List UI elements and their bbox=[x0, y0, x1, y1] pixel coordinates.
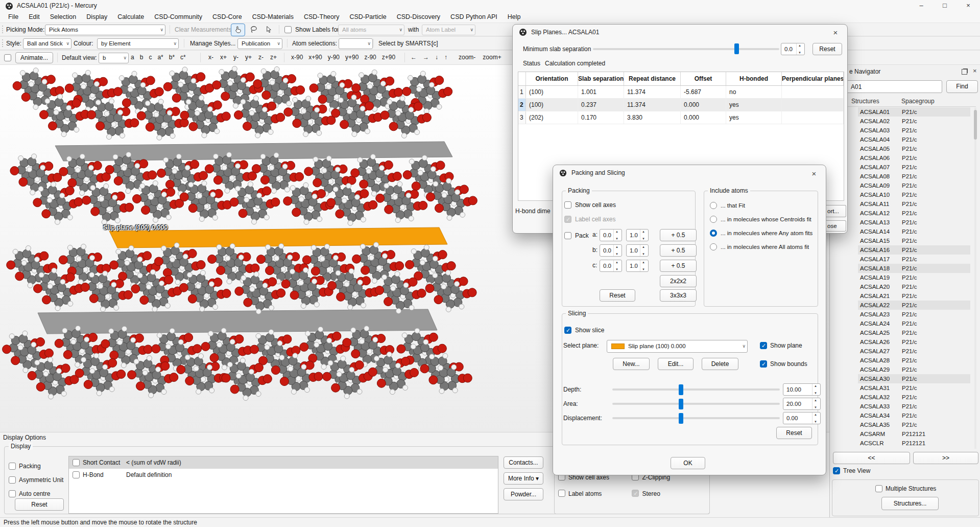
structure-list-item[interactable]: ACSALA16 P21/c bbox=[858, 245, 970, 255]
structure-list-item[interactable]: ACSALA21 P21/c bbox=[858, 291, 970, 301]
show-bounds-checkbox[interactable] bbox=[760, 360, 767, 368]
translate-button[interactable]: ← bbox=[411, 54, 417, 61]
rotate-button[interactable]: z- bbox=[258, 54, 264, 61]
show-plane-checkbox[interactable] bbox=[760, 342, 767, 349]
slider-handle[interactable] bbox=[679, 413, 683, 424]
include-option[interactable]: ... that Fit bbox=[708, 199, 816, 213]
structure-list-item[interactable]: ACSALA14 P21/c bbox=[858, 227, 970, 236]
axis-view-button[interactable]: a bbox=[131, 54, 134, 61]
pack-checkbox[interactable] bbox=[564, 232, 571, 239]
manage-styles-button[interactable]: Manage Styles... bbox=[190, 40, 235, 47]
menu-item[interactable]: Help bbox=[503, 12, 526, 22]
structure-list-item[interactable]: ACSALA04 P21/c bbox=[858, 135, 970, 144]
clear-measurements-button[interactable]: Clear Measurements bbox=[175, 26, 231, 33]
structure-list-item[interactable]: ACSALA24 P21/c bbox=[858, 319, 970, 328]
pack-reset-button[interactable]: Reset bbox=[600, 289, 635, 302]
axis-from-spinbox[interactable]: 0.0 bbox=[600, 244, 622, 257]
export-button-fragment[interactable]: ort... bbox=[826, 205, 846, 217]
powder-button[interactable]: Powder... bbox=[504, 488, 543, 500]
show-labels-target-select[interactable]: All atoms∨ bbox=[338, 25, 404, 35]
structure-list-item[interactable]: ACSALA08 P21/c bbox=[858, 172, 970, 181]
structure-list-item[interactable]: ACSALA13 P21/c bbox=[858, 218, 970, 227]
structure-list-item[interactable]: ACSALA20 P21/c bbox=[858, 282, 970, 291]
structure-list-item[interactable]: ACSALA06 P21/c bbox=[858, 153, 970, 163]
dialog-close-icon[interactable]: × bbox=[806, 168, 822, 179]
slider-spinbox[interactable]: 20.00 bbox=[783, 398, 821, 410]
axis-to-spinbox[interactable]: 1.0 bbox=[626, 244, 649, 257]
col-repeat-distance[interactable]: Repeat distance bbox=[624, 72, 681, 85]
col-h-bonded[interactable]: H-bonded bbox=[726, 72, 782, 85]
spinner-arrows-icon[interactable] bbox=[613, 230, 622, 241]
col-orientation[interactable]: Orientation bbox=[526, 72, 578, 85]
spinner-arrows-icon[interactable] bbox=[812, 384, 820, 395]
rotate-button[interactable]: y+ bbox=[245, 54, 252, 61]
slice-reset-button[interactable]: Reset bbox=[776, 427, 812, 439]
translate-button[interactable]: ↓ bbox=[435, 54, 438, 61]
lasso-select-button[interactable] bbox=[246, 24, 260, 36]
rotate-button[interactable]: y- bbox=[233, 54, 238, 61]
axis-view-button[interactable]: c bbox=[149, 54, 152, 61]
slider-spinbox[interactable]: 10.00 bbox=[783, 383, 821, 396]
structure-list-item[interactable]: ACSALA05 P21/c bbox=[858, 144, 970, 153]
zoom-button[interactable]: zoom+ bbox=[483, 54, 501, 61]
axis-view-button[interactable]: c* bbox=[180, 54, 186, 61]
close-button-fragment[interactable]: ose bbox=[826, 220, 846, 232]
structures-button[interactable]: Structures... bbox=[881, 497, 939, 510]
include-option-radio[interactable] bbox=[710, 202, 717, 209]
structure-list-item[interactable]: ACSALA01 P21/c bbox=[858, 107, 970, 117]
slider-spinbox[interactable]: 0.00 bbox=[783, 412, 821, 424]
slider-track[interactable] bbox=[612, 388, 780, 391]
pack-2x2x2-button[interactable]: 2x2x2 bbox=[660, 275, 697, 287]
structure-list-item[interactable]: ACSALA03 P21/c bbox=[858, 126, 970, 135]
translate-button[interactable]: ↑ bbox=[444, 54, 447, 61]
structure-list-item[interactable]: ACSALA19 P21/c bbox=[858, 273, 970, 282]
rotate-90-button[interactable]: z+90 bbox=[382, 54, 395, 61]
navigator-search-input[interactable]: A01 bbox=[833, 80, 942, 93]
spinner-arrows-icon[interactable] bbox=[640, 260, 648, 271]
menu-item[interactable]: CSD-Community bbox=[149, 12, 207, 22]
colour-select[interactable]: by Element∨ bbox=[97, 38, 179, 49]
contacts-list[interactable]: Short Contact < (sum of vdW radii) H-Bon… bbox=[68, 456, 498, 514]
rotate-90-button[interactable]: z-90 bbox=[364, 54, 376, 61]
axis-view-button[interactable]: b bbox=[140, 54, 144, 61]
packing-checkbox[interactable] bbox=[9, 463, 16, 470]
zoom-button[interactable]: zoom- bbox=[459, 54, 475, 61]
list-scrollbar-track[interactable] bbox=[974, 107, 976, 449]
rotate-button[interactable]: x- bbox=[208, 54, 213, 61]
spinner-arrows-icon[interactable] bbox=[812, 413, 820, 424]
table-row[interactable]: 1 (100) 1.001 11.374 -5.687 no bbox=[518, 86, 844, 99]
contact-row[interactable]: H-Bond Default definition bbox=[69, 469, 498, 481]
include-option[interactable]: ... in molecules where All atoms fit bbox=[708, 241, 816, 255]
translate-button[interactable]: → bbox=[423, 54, 429, 61]
menu-item[interactable]: Display bbox=[81, 12, 112, 22]
label-kind-select[interactable]: Atom Label∨ bbox=[422, 25, 475, 35]
default-view-select[interactable]: b∨ bbox=[99, 53, 129, 63]
structure-list-item[interactable]: ACSALA07 P21/c bbox=[858, 163, 970, 172]
minimize-button[interactable]: – bbox=[910, 0, 933, 12]
find-button[interactable]: Find bbox=[946, 80, 978, 93]
rotate-button[interactable]: x+ bbox=[220, 54, 227, 61]
structure-list-item[interactable]: ACSALA17 P21/c bbox=[858, 255, 970, 264]
structure-list[interactable]: ACSALA01 P21/c ACSALA02 P21/c ACSALA03 P… bbox=[858, 107, 970, 449]
include-option-radio[interactable] bbox=[710, 216, 717, 223]
menu-item[interactable]: CSD Python API bbox=[445, 12, 503, 22]
close-button[interactable]: × bbox=[957, 0, 980, 12]
structure-list-item[interactable]: ACSALA29 P21/c bbox=[858, 365, 970, 374]
style-select[interactable]: Ball and Stick∨ bbox=[23, 38, 71, 49]
axis-to-spinbox[interactable]: 1.0 bbox=[626, 260, 649, 272]
atom-selections-select[interactable]: ∨ bbox=[339, 38, 373, 49]
column-spacegroup[interactable]: Spacegroup bbox=[901, 98, 935, 105]
spinner-arrows-icon[interactable] bbox=[613, 245, 622, 256]
structure-list-item[interactable]: ACSARM P212121 bbox=[858, 429, 970, 439]
include-option-radio[interactable] bbox=[710, 243, 717, 250]
contact-row[interactable]: Short Contact < (sum of vdW radii) bbox=[69, 456, 498, 469]
rotate-90-button[interactable]: x+90 bbox=[308, 54, 322, 61]
structure-list-item[interactable]: ACSALA26 P21/c bbox=[858, 337, 970, 347]
navigator-close-icon[interactable]: × bbox=[973, 67, 977, 75]
structure-list-item[interactable]: ACSALA09 P21/c bbox=[858, 181, 970, 190]
animate-checkbox[interactable] bbox=[4, 54, 11, 61]
contact-checkbox[interactable] bbox=[73, 459, 80, 466]
float-window-icon[interactable] bbox=[962, 69, 967, 75]
spinner-arrows-icon[interactable] bbox=[796, 43, 804, 55]
structure-list-item[interactable]: ACSALA10 P21/c bbox=[858, 190, 970, 199]
